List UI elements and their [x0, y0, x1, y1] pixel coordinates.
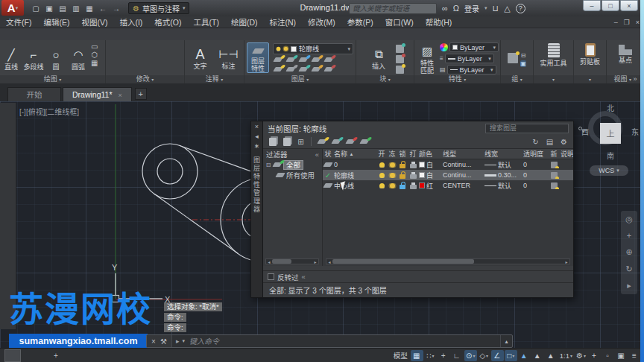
menu-item[interactable]: 参数(P): [341, 16, 379, 28]
menu-item[interactable]: 绘图(D): [225, 16, 264, 28]
gradient-icon[interactable]: [1, 271, 15, 283]
new-vp-freeze-icon[interactable]: [551, 162, 558, 168]
xline-icon[interactable]: [1, 116, 15, 128]
layer-row-2[interactable]: 中心线 红 CENTER 默认 0: [323, 180, 573, 191]
filter-tree-item-used[interactable]: 所有使用: [263, 170, 322, 180]
viewcube-south[interactable]: 南: [607, 150, 614, 161]
annotation-scale-button[interactable]: ▲: [545, 350, 558, 361]
layer-thaw-icon[interactable]: [298, 67, 308, 72]
workspace-switch-button[interactable]: ⚙▾: [575, 350, 587, 361]
linetype-dropdown[interactable]: ByLayer ▾: [447, 65, 496, 74]
panel-label-groups[interactable]: 组 ▾: [501, 75, 533, 83]
color-swatch[interactable]: [419, 172, 425, 178]
layer-prev-icon[interactable]: [273, 67, 282, 72]
filter-scrollbar[interactable]: ◂ ▸: [265, 258, 319, 264]
isodraft-button[interactable]: ◇▾: [478, 350, 490, 361]
layer-on-icon[interactable]: [379, 183, 385, 188]
menu-item[interactable]: 编辑(E): [37, 16, 75, 28]
layer-match-icon[interactable]: [323, 57, 333, 62]
set-current-layer-icon[interactable]: [359, 136, 370, 147]
model-space-button[interactable]: 模型: [392, 350, 410, 361]
save-icon[interactable]: ▤: [57, 2, 69, 14]
base-point-icon[interactable]: [619, 45, 632, 55]
scrollbar-thumb[interactable]: [272, 259, 291, 264]
color-wheel-icon[interactable]: [440, 43, 448, 51]
layer-dropdown[interactable]: 轮廓线 ▾: [273, 43, 353, 54]
clean-screen-button[interactable]: ▣: [615, 350, 628, 361]
signin-label[interactable]: 登录: [464, 3, 479, 14]
layer-properties-button[interactable]: 图层特性: [247, 42, 269, 73]
redo-icon[interactable]: →: [110, 2, 122, 14]
menu-item[interactable]: 视图(V): [75, 16, 113, 28]
autoscale-button[interactable]: ▲: [531, 350, 544, 361]
autohide-icon[interactable]: ◂: [255, 133, 259, 140]
new-vp-freeze-icon[interactable]: [551, 172, 558, 179]
color-swatch[interactable]: [419, 162, 425, 168]
polyline-button[interactable]: ⌐ 多段线: [22, 45, 45, 71]
panel-label-modify[interactable]: 修改 ▾: [106, 75, 184, 83]
color-swatch[interactable]: [419, 182, 425, 188]
new-layout-button[interactable]: +: [51, 352, 61, 360]
new-layer-vp-freeze-icon[interactable]: [330, 136, 341, 147]
properties-icon[interactable]: ∗: [254, 142, 260, 150]
ellipse-icon[interactable]: [1, 212, 15, 223]
layer-unlock-icon[interactable]: [285, 67, 295, 72]
close-button[interactable]: ×: [620, 0, 638, 11]
layer-list-header[interactable]: 状 名称 ▲ 开 冻 锁 打 颜色 线型 线宽 透明度 新 说明: [323, 149, 573, 159]
scroll-left-icon[interactable]: ◂: [266, 259, 272, 264]
group-icon[interactable]: [508, 53, 518, 63]
point-icon[interactable]: [1, 247, 15, 259]
layout-tab[interactable]: [36, 349, 51, 362]
scroll-right-icon[interactable]: ▸: [312, 259, 318, 264]
menu-item[interactable]: 修改(M): [302, 16, 341, 28]
layer-on-icon[interactable]: [311, 67, 321, 72]
layer-freeze-icon[interactable]: [390, 162, 395, 168]
search-binoculars-icon[interactable]: ∞: [442, 4, 448, 13]
panel-label-layers[interactable]: 图层 ▾: [244, 75, 356, 83]
layer-states-manager-icon[interactable]: ⊞: [295, 136, 306, 147]
layer-search-input[interactable]: [488, 124, 578, 133]
viewport-controls-label[interactable]: [-][俯视][二维线框]: [19, 106, 79, 117]
collapse-icon[interactable]: «: [302, 273, 306, 281]
create-block-icon[interactable]: [1, 235, 15, 247]
menu-item[interactable]: 帮助(H): [420, 16, 458, 28]
tree-collapse-icon[interactable]: ⊟: [265, 162, 271, 168]
doc-restore-button[interactable]: ❐: [624, 16, 630, 28]
menu-item[interactable]: 工具(T): [188, 16, 225, 28]
customize-button[interactable]: ≡: [628, 350, 641, 361]
file-tab-start[interactable]: 开始: [7, 87, 61, 101]
scroll-left-icon[interactable]: ◂: [326, 259, 332, 264]
color-dropdown[interactable]: ByLayer ▾: [449, 42, 499, 52]
layer-search-box[interactable]: [485, 124, 569, 133]
new-vp-freeze-icon[interactable]: [551, 182, 558, 189]
isolate-objects-button[interactable]: ▫: [602, 350, 614, 361]
layer-row-selected[interactable]: ✓ 轮廓线 白 Continu... 0.30... 0: [323, 170, 573, 180]
dimension-button[interactable]: ⊢⊣ 标注: [216, 45, 242, 79]
lineweight-dropdown[interactable]: ByLayer ▾: [445, 54, 494, 63]
snap-mode-button[interactable]: ∷▾: [424, 350, 437, 361]
scale-value-button[interactable]: 1:1▾: [558, 350, 574, 361]
chevron-down-icon[interactable]: ▾: [183, 338, 186, 344]
line-button[interactable]: ╱ 直线: [0, 45, 22, 71]
new-file-icon[interactable]: ▢: [30, 2, 42, 14]
maximize-button[interactable]: □: [602, 0, 619, 11]
menu-item[interactable]: 标注(N): [264, 16, 303, 28]
help-icon[interactable]: ?: [516, 4, 525, 13]
layer-off-icon[interactable]: [273, 57, 282, 62]
menu-item[interactable]: 插入(I): [113, 16, 148, 28]
revcloud-icon[interactable]: [1, 188, 15, 200]
move-icon[interactable]: [112, 42, 124, 53]
erase-icon[interactable]: [148, 42, 160, 53]
layer-freeze-icon[interactable]: [298, 57, 308, 62]
chevron-down-icon[interactable]: ▾: [484, 5, 487, 11]
layout-tab[interactable]: [4, 349, 21, 362]
doc-close-button[interactable]: ×: [636, 16, 640, 28]
layer-freeze-icon[interactable]: [390, 183, 395, 188]
array-icon[interactable]: [136, 64, 148, 75]
viewcube-east[interactable]: 东: [631, 126, 639, 137]
layer-isolate-icon[interactable]: [285, 57, 295, 62]
scroll-right-icon[interactable]: ▸: [564, 259, 569, 264]
viewcube-top-face[interactable]: 上: [600, 123, 621, 144]
ortho-mode-button[interactable]: ∟: [451, 350, 464, 361]
layer-row-0[interactable]: 0 白 Continu... 默认 0: [323, 159, 573, 170]
